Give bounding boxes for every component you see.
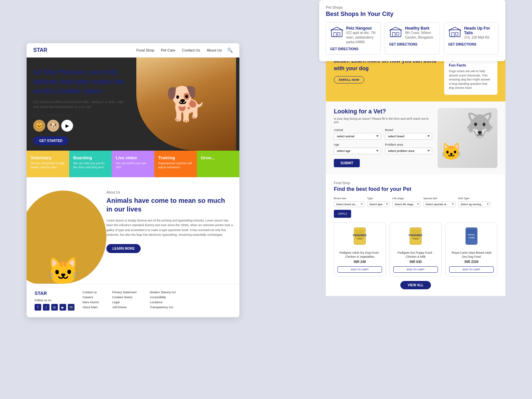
footer-link-contact[interactable]: Contact us (82, 291, 99, 294)
age-field: Age select age (334, 143, 381, 154)
instagram-icon[interactable]: 📷 (68, 304, 74, 311)
learn-more-button[interactable]: LEARN MORE (106, 244, 141, 253)
vet-section: Looking for a Vet? Is your dog facing an… (326, 101, 505, 175)
diet-type-filter: Diet Type Select ag carving... (458, 197, 490, 207)
footer-link-legal[interactable]: Legal (112, 301, 137, 304)
shop-building-icon-2 (448, 26, 462, 38)
add-cart-button-2[interactable]: ADD TO CART (449, 266, 494, 273)
footer-col-2: Modern Slavery Act Accessibility Locatio… (150, 291, 176, 311)
food-heading: Find the best food for your Pet (334, 186, 497, 192)
youtube-icon[interactable]: ▶ (60, 304, 66, 311)
shop-name-1: Healthy Bark (405, 26, 435, 31)
footer-follow: Follow us on (35, 299, 74, 302)
hero-dog-image: 🐕 (136, 58, 236, 151)
pedigree-bag-icon: PEDIGREE Adult (351, 226, 368, 246)
special-diet-filter: Special diet Select specials di... (423, 197, 456, 207)
footer-link-careers[interactable]: Careers (82, 296, 99, 299)
food-products: PEDIGREE Adult Pedigree Adult Dry Dog Fo… (334, 222, 497, 276)
nav-about-us[interactable]: About Us (207, 48, 222, 52)
service-desc-2: We can watch your pet 24/7 (116, 162, 150, 169)
nav-contact-us[interactable]: Contact Us (182, 48, 200, 52)
food-section: Food Shop Find the best food for your Pe… (326, 175, 505, 296)
search-icon[interactable]: 🔍 (227, 48, 233, 53)
footer-links: Contact us Careers Mars Alumni About Mar… (82, 291, 231, 311)
life-stage-filter: Life stage Select life stage (392, 197, 421, 207)
shop-address-1: 9th Cross, Wilson Garden, Bengalore (405, 31, 435, 40)
shop-item-0: Petz Hangout #22 appt at abc, 7th main, … (326, 22, 381, 55)
right-panels: Train yourself first to train your dog b… (326, 43, 505, 296)
product-img-1: PEDIGREE Puppy (393, 226, 438, 249)
footer-link-transparency[interactable]: Transparency Act (150, 306, 176, 309)
svg-rect-1 (333, 33, 336, 37)
svg-text:Adult: Adult (357, 238, 362, 240)
footer-link-cookies[interactable]: Cookies Notice (112, 296, 137, 299)
facebook-icon[interactable]: f (35, 304, 41, 311)
service-groo: Groo... (197, 151, 239, 177)
footer-link-locations[interactable]: Locations (150, 301, 176, 304)
life-stage-select[interactable]: Select life stage (392, 201, 421, 207)
food-filters: Breed size Select breed siz... Type Sele… (334, 197, 497, 218)
vet-pets-image: 🐺 🐱 (438, 108, 497, 168)
shop-building-icon-1 (389, 26, 402, 38)
animal-label: Animal (334, 128, 381, 132)
footer-col-0: Contact us Careers Mars Alumni About Mar… (82, 291, 99, 311)
get-directions-1[interactable]: GET DIRECTIONS (389, 43, 435, 46)
linkedin-icon[interactable]: in (51, 304, 58, 311)
footer-link-about-mars[interactable]: About Mars (82, 306, 99, 309)
service-title-4: Groo... (201, 155, 235, 160)
breed-label: Breed (385, 128, 432, 132)
age-label: Age (334, 143, 381, 146)
footer-link-slavery[interactable]: Modern Slavery Act (150, 291, 176, 294)
about-section: 🐱 About Us Animals have come to mean so … (27, 177, 239, 284)
type-select[interactable]: Select type (367, 201, 390, 207)
add-cart-button-1[interactable]: ADD TO CART (393, 266, 438, 273)
get-directions-0[interactable]: GET DIRECTIONS (330, 47, 376, 51)
service-training: Training Experienced coaches will adjust… (154, 151, 197, 177)
breed-select[interactable]: select breed (385, 133, 432, 140)
footer-link-adchoices[interactable]: AdChoices (112, 306, 137, 309)
footer-link-accessibility[interactable]: Accessibility (150, 296, 176, 299)
service-title-0: Veterinary (31, 155, 65, 160)
diet-type-select[interactable]: Select ag carving... (458, 201, 490, 207)
type-label: Type (367, 197, 390, 200)
problem-select[interactable]: select problem area (385, 148, 432, 154)
age-select[interactable]: select age (334, 148, 381, 154)
vet-fields: Animal select animal Breed select breed … (334, 128, 432, 154)
social-icons: f t in ▶ 📷 (35, 304, 74, 311)
fun-facts-title: Fun Facts (449, 63, 493, 67)
apply-button[interactable]: APPLY (334, 210, 351, 218)
footer-link-privacy[interactable]: Privacy Statement (112, 291, 137, 294)
svg-rect-5 (393, 33, 395, 37)
twitter-icon[interactable]: t (43, 304, 50, 311)
svg-rect-10 (455, 33, 458, 35)
nav-food-shop[interactable]: Food Shop (136, 48, 154, 52)
animal-field: Animal select animal (334, 128, 381, 140)
shop-item-2: Heads Up For Tails 214, 100 Midi Rd GET … (444, 22, 499, 55)
shop-name-2: Heads Up For Tails (464, 26, 494, 35)
site-nav: STAR Food Shop Pet Care Contact Us About… (27, 43, 239, 58)
get-directions-2[interactable]: GET DIRECTIONS (448, 43, 494, 46)
svg-text:PEDIGREE: PEDIGREE (353, 234, 367, 237)
service-title-2: Live video (116, 155, 150, 160)
get-started-button[interactable]: GET STARTED (33, 136, 68, 145)
animal-select[interactable]: select animal (334, 133, 381, 140)
special-diet-select[interactable]: Select specials di... (423, 201, 456, 207)
breed-size-select[interactable]: Select breed siz... (334, 201, 364, 207)
add-cart-button-0[interactable]: ADD TO CART (337, 266, 382, 273)
footer-link-mars-alumni[interactable]: Mars Alumni (82, 301, 99, 304)
svg-rect-4 (390, 30, 401, 37)
submit-button[interactable]: SUBMIT (334, 159, 360, 167)
product-0: PEDIGREE Adult Pedigree Adult Dry Dog Fo… (334, 222, 386, 276)
enroll-button[interactable]: ENROLL NOW (334, 76, 364, 83)
type-filter: Type Select type (367, 197, 390, 207)
about-heading: Animals have come to mean so much in our… (106, 196, 233, 213)
hero-text: At Star Petcare, we truly believe that p… (33, 67, 126, 145)
vet-form: Looking for a Vet? Is your dog facing an… (334, 108, 432, 167)
nav-pet-care[interactable]: Pet Care (161, 48, 175, 52)
pet-shops-label: Pet Shops (326, 5, 499, 9)
play-button[interactable]: ▶ (61, 120, 73, 132)
shop-building-icon-0 (330, 26, 343, 38)
product-price-2: INR 2330 (449, 260, 494, 264)
view-all-button[interactable]: VIEW ALL (400, 281, 431, 289)
cat-blob: 🐱 (27, 191, 106, 284)
